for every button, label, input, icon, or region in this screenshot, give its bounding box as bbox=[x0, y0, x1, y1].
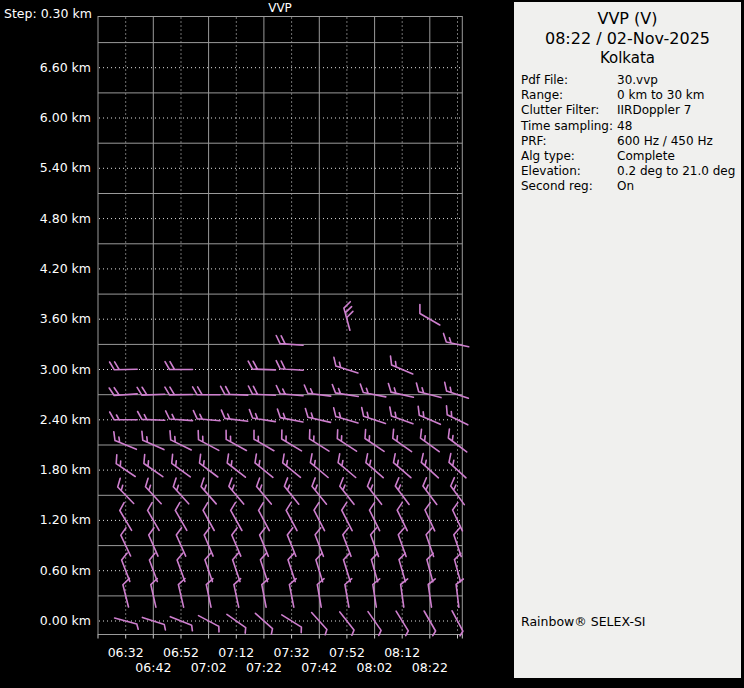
branding-text: Rainbow® SELEX-SI bbox=[521, 614, 646, 629]
wind-barb bbox=[445, 382, 469, 398]
y-axis-label: 1.20 km bbox=[0, 512, 91, 527]
wind-barb bbox=[288, 553, 295, 582]
wind-barb bbox=[221, 386, 248, 395]
panel-datetime: 08:22 / 02-Nov-2025 bbox=[514, 29, 741, 49]
wind-barb bbox=[193, 411, 220, 421]
field-value: 600 Hz / 450 Hz bbox=[617, 134, 741, 149]
x-axis-label: 06:32 bbox=[100, 645, 152, 660]
x-axis-label: 07:02 bbox=[183, 660, 235, 675]
wind-barb bbox=[276, 386, 303, 396]
wind-barb bbox=[178, 579, 185, 608]
wind-barb bbox=[206, 579, 213, 608]
wind-barb bbox=[170, 617, 192, 631]
wind-barb bbox=[138, 412, 165, 421]
wind-barb bbox=[340, 612, 354, 635]
wind-barb bbox=[226, 430, 246, 450]
wind-barb bbox=[344, 553, 351, 582]
field-row: Alg type: Complete bbox=[521, 149, 741, 164]
wind-barb bbox=[262, 579, 269, 607]
y-axis-label: 1.80 km bbox=[0, 462, 91, 477]
info-panel: VVP (V) 08:22 / 02-Nov-2025 Kolkata Pdf … bbox=[514, 2, 741, 678]
wind-barb bbox=[137, 387, 165, 395]
plot-title: VVP bbox=[98, 1, 462, 15]
wind-barb bbox=[248, 361, 275, 370]
field-row: Range: 0 km to 30 km bbox=[521, 88, 741, 103]
x-axis-label: 07:52 bbox=[321, 645, 373, 660]
wind-barb bbox=[452, 611, 463, 636]
field-label: Range: bbox=[521, 88, 617, 103]
plot-border bbox=[98, 17, 462, 635]
y-axis-label: 3.60 km bbox=[0, 311, 91, 326]
wind-barb bbox=[362, 408, 386, 424]
field-label: Clutter Filter: bbox=[521, 103, 617, 118]
field-label: Time sampling: bbox=[521, 119, 617, 134]
wind-barb bbox=[416, 383, 441, 398]
wind-barb bbox=[248, 386, 275, 395]
wind-barb bbox=[276, 361, 303, 371]
y-axis-step-label: Step: 0.30 km bbox=[4, 6, 92, 21]
x-axis-label: 07:22 bbox=[238, 660, 290, 675]
vvp-plot-canvas bbox=[0, 0, 514, 688]
vvp-plot-pane: Step: 0.30 km VVP 6.60 km6.00 km5.40 km4… bbox=[0, 0, 514, 688]
wind-barb bbox=[393, 429, 412, 451]
wind-barb bbox=[142, 617, 165, 630]
wind-barb bbox=[428, 579, 435, 607]
y-axis-label: 4.80 km bbox=[0, 211, 91, 226]
wind-barb bbox=[401, 579, 408, 607]
x-axis-label: 07:32 bbox=[266, 645, 318, 660]
wind-barb bbox=[114, 432, 137, 450]
wind-barb bbox=[289, 579, 296, 607]
wind-barb bbox=[123, 578, 129, 607]
wind-barb bbox=[391, 356, 413, 374]
field-row: PRF: 600 Hz / 450 Hz bbox=[521, 134, 741, 149]
field-value: 0.2 deg to 21.0 deg bbox=[617, 164, 741, 179]
y-axis-label: 0.00 km bbox=[0, 613, 91, 628]
y-axis-label: 2.40 km bbox=[0, 412, 91, 427]
panel-title: VVP (V) bbox=[514, 9, 741, 29]
wind-barb bbox=[109, 388, 137, 396]
field-label: Second reg: bbox=[521, 179, 617, 194]
parameter-fields: Pdf File: 30.vvp Range: 0 km to 30 km Cl… bbox=[514, 73, 741, 195]
field-label: Alg type: bbox=[521, 149, 617, 164]
field-row: Second reg: On bbox=[521, 179, 741, 194]
field-value: Complete bbox=[617, 149, 741, 164]
wind-barb bbox=[390, 407, 413, 424]
wind-barb bbox=[234, 579, 241, 608]
field-value: 48 bbox=[617, 119, 741, 134]
wind-barb bbox=[373, 579, 380, 607]
wind-barb bbox=[396, 611, 408, 635]
field-label: Elevation: bbox=[521, 164, 617, 179]
wind-barb bbox=[276, 336, 303, 346]
field-value: 30.vvp bbox=[617, 73, 741, 88]
wind-barb bbox=[122, 553, 130, 581]
wind-barb bbox=[110, 362, 138, 370]
wind-barb bbox=[448, 429, 466, 452]
y-axis-label: 5.40 km bbox=[0, 160, 91, 175]
field-row: Elevation: 0.2 deg to 21.0 deg bbox=[521, 164, 741, 179]
wind-barb bbox=[334, 357, 358, 373]
wind-barb bbox=[177, 553, 185, 582]
wind-barb bbox=[282, 430, 302, 451]
y-axis-label: 0.60 km bbox=[0, 563, 91, 578]
wind-barb bbox=[115, 618, 139, 629]
wind-barb bbox=[165, 387, 193, 395]
wind-barb bbox=[344, 302, 353, 331]
field-value: On bbox=[617, 179, 741, 194]
x-axis-label: 07:12 bbox=[210, 645, 262, 660]
y-axis-label: 6.00 km bbox=[0, 110, 91, 125]
x-axis-label: 06:52 bbox=[155, 645, 207, 660]
wind-barb bbox=[110, 412, 138, 420]
y-axis-label: 6.60 km bbox=[0, 60, 91, 75]
field-row: Pdf File: 30.vvp bbox=[521, 73, 741, 88]
field-label: PRF: bbox=[521, 134, 617, 149]
wind-barb bbox=[233, 553, 240, 582]
x-axis-label: 07:42 bbox=[293, 660, 345, 675]
wind-barb bbox=[334, 408, 358, 423]
field-label: Pdf File: bbox=[521, 73, 617, 88]
wind-barb bbox=[151, 579, 158, 608]
x-axis-label: 08:22 bbox=[404, 660, 456, 675]
field-row: Time sampling: 48 bbox=[521, 119, 741, 134]
wind-barb bbox=[317, 579, 324, 608]
wind-barb bbox=[165, 362, 193, 370]
wind-barb bbox=[345, 579, 352, 608]
